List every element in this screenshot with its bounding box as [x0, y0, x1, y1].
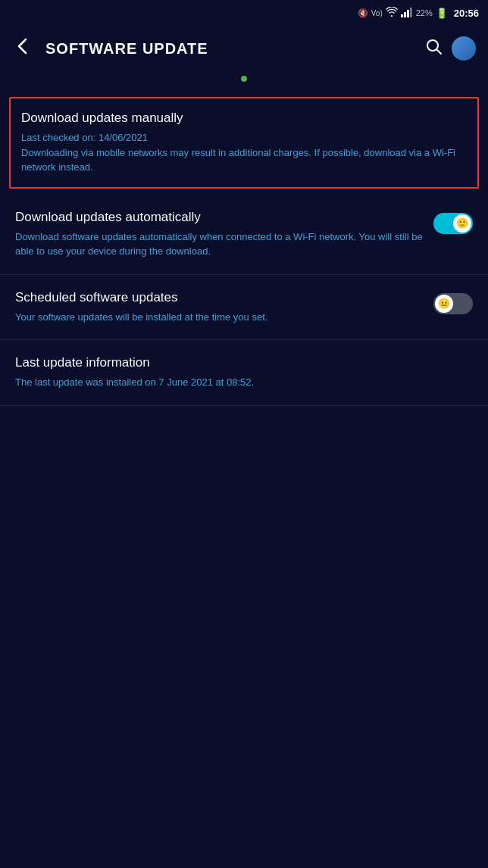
last-update-info-text: Last update information The last update …: [15, 355, 473, 390]
download-automatically-text: Download updates automatically Download …: [15, 210, 433, 259]
download-manually-desc: Last checked on: 14/06/2021Downloading v…: [21, 130, 458, 175]
clock: 20:56: [454, 8, 479, 19]
toggle-face-off: 😐: [438, 298, 450, 308]
svg-rect-2: [407, 10, 409, 17]
auto-download-toggle[interactable]: 🙂: [433, 213, 473, 234]
scheduled-toggle[interactable]: 😐: [433, 293, 473, 314]
auto-download-toggle-knob: 🙂: [453, 214, 471, 233]
back-button[interactable]: [12, 35, 33, 62]
scheduled-updates-item[interactable]: Scheduled software updates Your software…: [0, 275, 488, 341]
download-automatically-title: Download updates automatically: [15, 210, 424, 225]
green-dot-indicator: [241, 76, 247, 82]
volte-icon: Vo): [371, 9, 383, 17]
download-automatically-desc: Download software updates automatically …: [15, 229, 424, 259]
auto-download-toggle-container: 🙂: [433, 213, 473, 234]
profile-avatar[interactable]: [452, 36, 476, 61]
scheduled-updates-title: Scheduled software updates: [15, 290, 424, 305]
svg-rect-3: [410, 8, 412, 17]
search-button[interactable]: [423, 36, 446, 62]
last-update-info-desc: The last update was installed on 7 June …: [15, 375, 464, 390]
download-automatically-item[interactable]: Download updates automatically Download …: [0, 195, 488, 275]
last-update-info-title: Last update information: [15, 355, 464, 370]
mute-icon: 🔇: [358, 8, 368, 18]
scheduled-toggle-knob: 😐: [435, 295, 453, 313]
battery-percent: 22%: [416, 8, 433, 17]
last-update-info-item[interactable]: Last update information The last update …: [0, 340, 488, 406]
content-area: Download updates manually Last checked o…: [0, 97, 488, 406]
scheduled-updates-desc: Your software updates will be installed …: [15, 310, 424, 325]
download-manually-title: Download updates manually: [21, 111, 458, 126]
scheduled-toggle-container: 😐: [433, 293, 473, 314]
signal-icon: [401, 7, 413, 19]
status-bar: 🔇 Vo) 22% 🔋 20:56: [0, 0, 488, 24]
svg-rect-0: [401, 14, 403, 17]
battery-icon: 🔋: [436, 8, 448, 19]
download-manually-item[interactable]: Download updates manually Last checked o…: [9, 97, 479, 189]
top-nav-bar: SOFTWARE UPDATE: [0, 24, 488, 73]
svg-rect-1: [404, 12, 406, 17]
page-title: SOFTWARE UPDATE: [45, 40, 423, 58]
download-manually-text: Download updates manually Last checked o…: [21, 111, 467, 175]
indicator-dot-row: [0, 73, 488, 91]
wifi-icon: [386, 7, 398, 19]
status-icons: 🔇 Vo) 22% 🔋 20:56: [358, 7, 479, 19]
toggle-face-on: 🙂: [456, 218, 468, 228]
scheduled-updates-text: Scheduled software updates Your software…: [15, 290, 433, 325]
